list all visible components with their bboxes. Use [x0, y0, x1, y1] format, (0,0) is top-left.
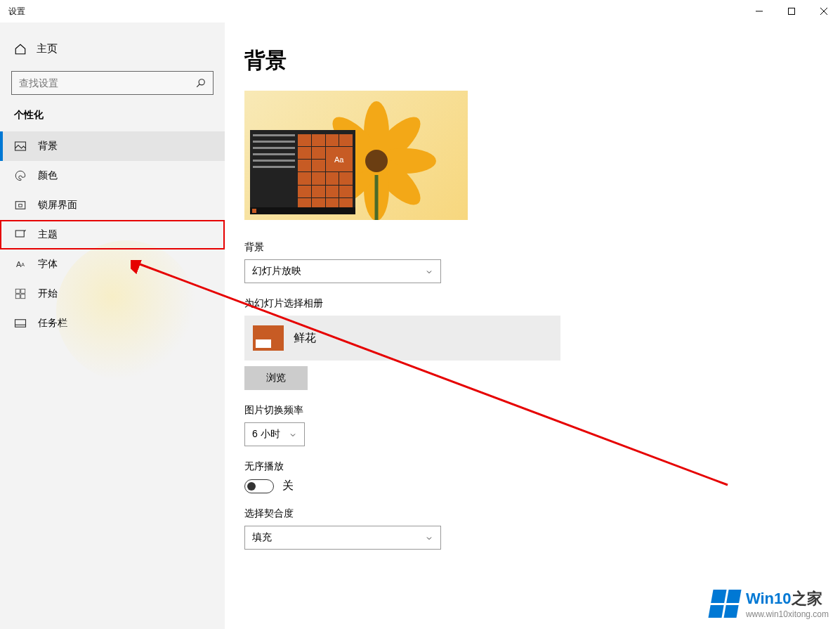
sidebar-item-start[interactable]: 开始 — [0, 279, 225, 309]
shuffle-label: 无序播放 — [244, 460, 840, 473]
svg-line-5 — [197, 84, 199, 87]
fit-label: 选择契合度 — [244, 507, 840, 520]
sidebar-item-label: 任务栏 — [38, 317, 67, 330]
sidebar-item-font[interactable]: AA 字体 — [0, 249, 225, 279]
svg-rect-11 — [21, 289, 25, 293]
album-thumbnail — [253, 325, 284, 351]
sidebar-item-label: 锁屏界面 — [38, 199, 77, 212]
lock-icon — [14, 199, 27, 212]
brush-icon — [14, 228, 27, 241]
svg-rect-9 — [15, 231, 24, 237]
watermark: Win10之家 www.win10xitong.com — [711, 588, 829, 619]
sidebar-item-theme[interactable]: 主题 — [0, 220, 225, 249]
sidebar: 主页 个性化 背景 颜色 锁屏界面 主题 — [0, 22, 225, 629]
svg-rect-1 — [789, 8, 795, 15]
maximize-button[interactable] — [775, 0, 808, 22]
start-icon — [14, 287, 27, 300]
watermark-brand-b: 之家 — [792, 590, 822, 607]
interval-dropdown[interactable]: 6 小时 — [244, 422, 305, 446]
sidebar-item-label: 字体 — [38, 258, 58, 271]
svg-point-24 — [365, 150, 388, 172]
sidebar-item-label: 主题 — [38, 228, 58, 241]
fit-dropdown[interactable]: 填充 — [244, 526, 441, 550]
search-icon — [196, 78, 206, 88]
album-row[interactable]: 鲜花 — [244, 316, 560, 361]
browse-button[interactable]: 浏览 — [244, 366, 308, 390]
album-label: 为幻灯片选择相册 — [244, 297, 840, 310]
shuffle-toggle[interactable] — [244, 479, 274, 493]
album-name: 鲜花 — [294, 331, 316, 346]
sidebar-item-color[interactable]: 颜色 — [0, 161, 225, 190]
svg-rect-12 — [15, 294, 20, 299]
titlebar: 设置 — [0, 0, 840, 22]
taskbar-icon — [14, 317, 27, 330]
home-label: 主页 — [37, 42, 58, 56]
dropdown-value: 6 小时 — [252, 428, 280, 441]
background-mode-dropdown[interactable]: 幻灯片放映 — [244, 259, 441, 283]
svg-rect-13 — [21, 294, 25, 299]
content-area: 背景 — [225, 22, 840, 629]
dropdown-value: 填充 — [252, 531, 272, 544]
windows-logo-icon — [708, 590, 741, 618]
svg-rect-8 — [19, 205, 22, 207]
image-icon — [14, 140, 27, 153]
chevron-down-icon — [425, 533, 433, 542]
page-title: 背景 — [244, 46, 840, 75]
home-icon — [14, 43, 27, 56]
interval-label: 图片切换频率 — [244, 404, 840, 417]
sidebar-item-label: 背景 — [38, 140, 58, 153]
sidebar-item-lockscreen[interactable]: 锁屏界面 — [0, 190, 225, 220]
home-button[interactable]: 主页 — [0, 37, 225, 61]
background-mode-label: 背景 — [244, 241, 840, 254]
font-icon: AA — [14, 258, 27, 271]
search-input[interactable] — [11, 71, 214, 95]
sidebar-item-label: 开始 — [38, 287, 58, 300]
svg-rect-10 — [15, 289, 20, 293]
sidebar-item-background[interactable]: 背景 — [0, 131, 225, 161]
shuffle-state: 关 — [282, 479, 294, 493]
minimize-button[interactable] — [743, 0, 775, 22]
svg-rect-14 — [15, 320, 26, 328]
chevron-down-icon — [425, 267, 433, 275]
preview-sample-text: Aa — [326, 147, 353, 171]
chevron-down-icon — [289, 430, 297, 439]
category-title: 个性化 — [0, 109, 225, 131]
window-title: 设置 — [8, 6, 25, 18]
search-field[interactable] — [19, 77, 188, 89]
desktop-preview: Aa — [244, 91, 468, 220]
dropdown-value: 幻灯片放映 — [252, 265, 301, 278]
watermark-brand-a: Win10 — [746, 590, 792, 607]
close-button[interactable] — [808, 0, 840, 22]
sidebar-item-label: 颜色 — [38, 169, 58, 182]
sidebar-item-taskbar[interactable]: 任务栏 — [0, 309, 225, 338]
svg-rect-7 — [15, 202, 25, 209]
palette-icon — [14, 169, 27, 182]
svg-point-4 — [199, 79, 204, 85]
watermark-url: www.win10xitong.com — [746, 609, 829, 619]
